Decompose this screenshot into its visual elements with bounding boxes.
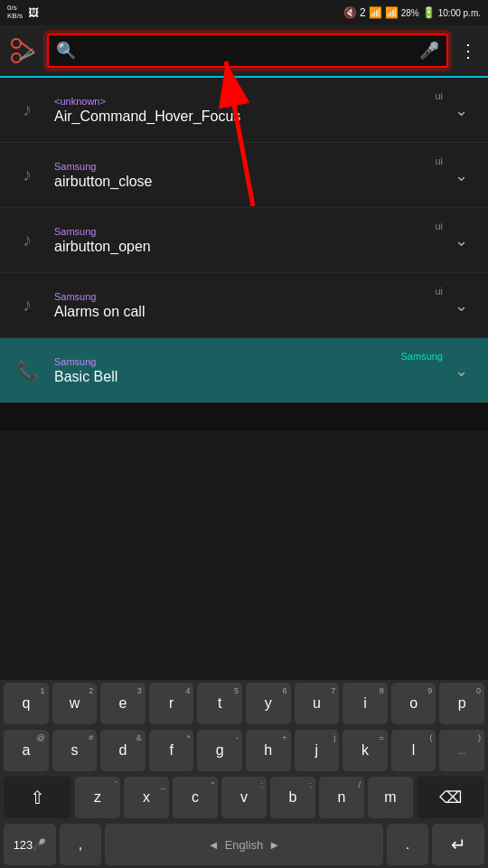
expand-button[interactable]: ⌄	[445, 159, 477, 192]
item-name: airbutton_close	[54, 174, 445, 190]
music-icon: ♪	[11, 94, 43, 127]
music-icon: ♪	[11, 159, 43, 192]
search-icon: 🔍	[56, 41, 76, 61]
list-container: ♪ <unknown> Air_Command_Hover_Focus ui ⌄…	[0, 78, 488, 403]
expand-button[interactable]: ⌄	[445, 224, 477, 257]
key-e[interactable]: 3e	[100, 683, 145, 724]
item-source: Samsung	[54, 226, 445, 237]
network-speed: 0/sKB/s	[7, 5, 23, 21]
key-o[interactable]: 9o	[391, 683, 436, 724]
key-h[interactable]: +h	[246, 730, 291, 771]
item-badge: ui	[435, 221, 443, 231]
right-arrow-icon: ►	[268, 838, 280, 852]
svg-point-1	[12, 53, 21, 62]
sim-icon: 2	[360, 6, 366, 19]
key-g[interactable]: -g	[197, 730, 242, 771]
key-i[interactable]: 8i	[343, 683, 388, 724]
item-info: Samsung Alarms on call	[54, 291, 445, 320]
item-badge: Samsung	[401, 351, 443, 362]
key-space[interactable]: ◄ English ►	[105, 824, 383, 865]
key-p[interactable]: 0p	[439, 683, 484, 724]
item-badge: ui	[435, 90, 443, 101]
search-box[interactable]: 🔍 🎤	[47, 33, 448, 68]
mic-icon[interactable]: 🎤	[419, 41, 439, 61]
keyboard-row-2: @a #s &d *f -g +h jj =k (l )...	[0, 727, 488, 774]
key-k[interactable]: =k	[343, 730, 388, 771]
key-enter[interactable]: ↵	[432, 824, 484, 865]
item-badge: ui	[435, 286, 443, 297]
key-dot[interactable]: .	[387, 824, 428, 865]
item-source: Samsung	[54, 356, 445, 367]
svg-point-0	[12, 39, 21, 48]
signal-bars-icon: 📶	[369, 6, 382, 19]
key-u[interactable]: 7u	[295, 683, 340, 724]
left-arrow-icon: ◄	[208, 838, 220, 852]
item-name: Alarms on call	[54, 304, 445, 320]
key-n[interactable]: /n	[319, 777, 364, 818]
item-info: <unknown> Air_Command_Hover_Focus	[54, 96, 445, 125]
key-b[interactable]: ;b	[270, 777, 315, 818]
overflow-menu-button[interactable]: ⋮	[455, 40, 481, 61]
key-m[interactable]: m	[368, 777, 413, 818]
key-backspace[interactable]: ⌫	[417, 777, 484, 818]
item-info: Samsung airbutton_close	[54, 161, 445, 190]
dot-label: .	[406, 836, 409, 853]
search-input[interactable]	[81, 43, 414, 59]
key-paren[interactable]: )...	[439, 730, 484, 771]
item-info: Samsung Basic Bell	[54, 356, 445, 385]
key-w[interactable]: 2w	[52, 683, 98, 724]
key-l[interactable]: (l	[391, 730, 436, 771]
key-d[interactable]: &d	[100, 730, 145, 771]
key-y[interactable]: 6y	[246, 683, 291, 724]
keyboard: 1q 2w 3e 4r 5t 6y 7u 8i 9o 0p @a #s &d *…	[0, 680, 488, 868]
item-source: Samsung	[54, 161, 445, 172]
item-badge: ui	[435, 156, 443, 166]
gap-area	[0, 403, 488, 430]
item-source: Samsung	[54, 291, 445, 302]
key-z[interactable]: "z	[75, 777, 120, 818]
key-t[interactable]: 5t	[197, 683, 242, 724]
keyboard-bottom-row: 123 🎤 , ◄ English ► . ↵	[0, 821, 488, 868]
item-name: airbutton_open	[54, 239, 445, 255]
battery-percent: 28%	[401, 8, 419, 18]
item-name: Basic Bell	[54, 369, 445, 385]
expand-button[interactable]: ⌄	[445, 289, 477, 322]
toolbar: 🔍 🎤 ⋮	[0, 25, 488, 78]
status-left: 0/sKB/s 🖼	[7, 5, 39, 21]
numeric-label: 123	[14, 838, 33, 852]
keyboard-row-1: 1q 2w 3e 4r 5t 6y 7u 8i 9o 0p	[0, 680, 488, 727]
item-info: Samsung airbutton_open	[54, 226, 445, 255]
key-q[interactable]: 1q	[4, 683, 49, 724]
key-x[interactable]: _x	[124, 777, 169, 818]
mute-icon: 🔇	[343, 6, 357, 19]
phone-icon: 📞	[11, 354, 43, 387]
mic-small-icon: 🎤	[33, 838, 46, 851]
status-bar: 0/sKB/s 🖼 🔇 2 📶 📶 28% 🔋 10:00 p.m.	[0, 0, 488, 25]
expand-button[interactable]: ⌄	[445, 94, 477, 127]
key-numeric-toggle[interactable]: 123 🎤	[4, 824, 56, 865]
language-label: English	[225, 838, 264, 852]
key-f[interactable]: *f	[149, 730, 194, 771]
list-item[interactable]: ♪ Samsung airbutton_close ui ⌄	[0, 143, 488, 208]
battery-icon: 🔋	[422, 6, 436, 19]
key-r[interactable]: 4r	[149, 683, 194, 724]
key-c[interactable]: "c	[173, 777, 218, 818]
list-item[interactable]: ♪ Samsung airbutton_open ui ⌄	[0, 208, 488, 273]
status-right: 🔇 2 📶 📶 28% 🔋 10:00 p.m.	[343, 6, 481, 19]
svg-line-2	[20, 42, 34, 52]
key-shift[interactable]: ⇧	[4, 777, 71, 818]
key-comma[interactable]: ,	[60, 824, 101, 865]
list-item-selected[interactable]: 📞 Samsung Basic Bell Samsung ⌄	[0, 338, 488, 403]
keyboard-row-3: ⇧ "z _x "c :v ;b /n m ⌫	[0, 774, 488, 821]
item-name: Air_Command_Hover_Focus	[54, 108, 445, 125]
key-a[interactable]: @a	[4, 730, 49, 771]
key-v[interactable]: :v	[221, 777, 267, 818]
key-j[interactable]: jj	[295, 730, 340, 771]
list-item[interactable]: ♪ Samsung Alarms on call ui ⌄	[0, 273, 488, 338]
lte-icon: 📶	[385, 6, 399, 19]
expand-button[interactable]: ⌄	[445, 354, 477, 387]
list-item[interactable]: ♪ <unknown> Air_Command_Hover_Focus ui ⌄	[0, 78, 488, 143]
key-s[interactable]: #s	[52, 730, 98, 771]
image-icon: 🖼	[28, 6, 39, 19]
music-icon: ♪	[11, 224, 43, 257]
